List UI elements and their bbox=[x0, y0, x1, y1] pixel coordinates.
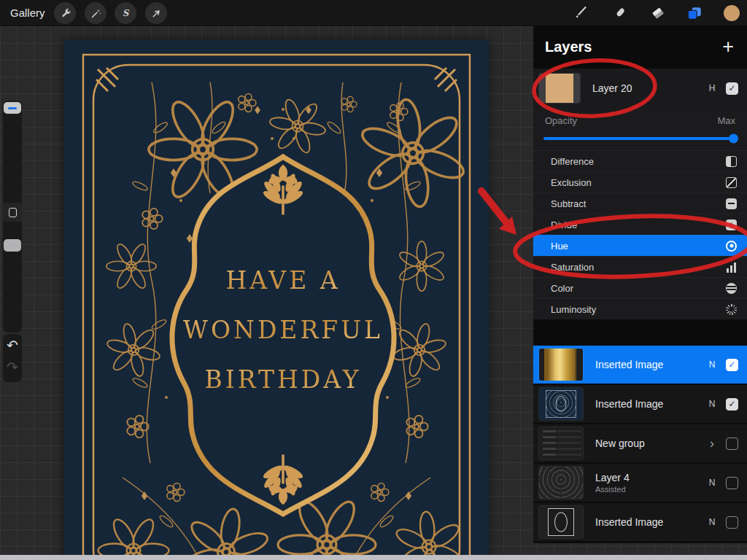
layers-icon[interactable] bbox=[685, 4, 704, 23]
brush-opacity-slider[interactable] bbox=[4, 239, 21, 252]
blend-mode-label-luminosity: Luminosity bbox=[551, 304, 726, 315]
color-blend-icon bbox=[726, 283, 737, 294]
s-glyph: S bbox=[119, 7, 132, 20]
selection-s-icon[interactable]: S bbox=[115, 2, 136, 24]
brush-size-slider[interactable] bbox=[4, 102, 21, 114]
opacity-slider-knob[interactable] bbox=[729, 133, 738, 143]
card-thumb-inner-oval bbox=[556, 396, 567, 412]
hue-blend-icon bbox=[726, 241, 737, 252]
wrench-glyph bbox=[59, 7, 71, 20]
blend-mode-color[interactable]: Color bbox=[533, 277, 747, 298]
modify-button[interactable] bbox=[3, 203, 22, 222]
exclusion-blend-icon bbox=[726, 177, 737, 188]
wand-glyph bbox=[90, 7, 102, 20]
layer-row-new-group-2[interactable]: New group› bbox=[533, 424, 747, 462]
opacity-slider[interactable] bbox=[543, 137, 737, 140]
blend-mode-label-difference: Difference bbox=[551, 156, 726, 167]
top-toolbar: Gallery S bbox=[0, 0, 747, 26]
undo-redo-group: ↶ ↷ bbox=[3, 334, 22, 382]
layer-visibility-checkbox-inserted-image-1[interactable]: ✓ bbox=[726, 398, 738, 411]
layer-name-inserted-image-4: Inserted Image bbox=[595, 516, 705, 528]
layer-20-visibility-checkbox[interactable]: ✓ bbox=[726, 82, 738, 95]
layer-name-new-group-2: New group bbox=[595, 438, 705, 449]
brush-icon[interactable] bbox=[571, 4, 590, 23]
group-chevron-icon[interactable]: › bbox=[705, 439, 719, 448]
gallery-button[interactable]: Gallery bbox=[10, 0, 45, 26]
modify-square-icon bbox=[9, 208, 17, 217]
layer-visibility-checkbox-layer-4-3[interactable] bbox=[726, 477, 738, 489]
layer-thumbnail-inserted-image-0 bbox=[539, 349, 583, 381]
layer-20-blend-mode[interactable]: H bbox=[705, 83, 719, 93]
card-artwork: HAVE A WONDERFUL BIRTHDAY bbox=[64, 40, 489, 560]
opacity-section: Opacity Max bbox=[533, 108, 747, 150]
layer-row-inserted-image-0[interactable]: Inserted ImageN✓ bbox=[533, 346, 747, 384]
layer-visibility-checkbox-new-group-2[interactable] bbox=[726, 438, 738, 450]
subtract-blend-icon bbox=[726, 198, 737, 209]
blend-mode-hue[interactable]: Hue bbox=[533, 235, 747, 256]
layer-thumbnail-new-group-2 bbox=[539, 427, 583, 459]
layer-blend-mode-inserted-image-1[interactable]: N bbox=[705, 399, 719, 409]
eraser-icon[interactable] bbox=[649, 4, 667, 23]
adjustments-wand-icon[interactable] bbox=[85, 2, 107, 24]
layer-20-name: Layer 20 bbox=[592, 82, 705, 94]
layers-panel-header: Layers + bbox=[533, 26, 747, 67]
svg-text:S: S bbox=[123, 8, 130, 18]
blend-mode-subtract[interactable]: Subtract bbox=[533, 192, 747, 214]
opacity-label: Opacity bbox=[545, 115, 577, 126]
layer-visibility-checkbox-inserted-image-4[interactable] bbox=[726, 516, 738, 529]
undo-icon[interactable]: ↶ bbox=[3, 334, 22, 357]
layer-blend-mode-layer-4-3[interactable]: N bbox=[705, 478, 719, 488]
layer-20-thumbnail bbox=[539, 74, 580, 103]
layer-name-inserted-image-0: Inserted Image bbox=[595, 359, 705, 370]
layers-panel: Layers + Layer 20 H ✓ Opacity Max Differ… bbox=[533, 26, 747, 543]
transform-arrow-icon[interactable] bbox=[145, 2, 167, 24]
layer-row-layer-20[interactable]: Layer 20 H ✓ bbox=[533, 69, 747, 108]
color-circle-glyph bbox=[723, 4, 740, 22]
divide-blend-icon bbox=[726, 219, 737, 230]
card-line-2: WONDERFUL bbox=[183, 316, 383, 344]
luminosity-blend-icon bbox=[726, 304, 737, 315]
brush-glyph bbox=[573, 6, 588, 20]
layer-name-layer-4-3: Layer 4Assisted bbox=[595, 472, 705, 494]
layer-row-inserted-image-4[interactable]: Inserted ImageN bbox=[533, 503, 747, 541]
arrow-glyph bbox=[150, 7, 163, 20]
color-swatch[interactable] bbox=[722, 4, 741, 23]
blend-mode-divide[interactable]: Divide bbox=[533, 214, 747, 235]
card-line-3: BIRTHDAY bbox=[204, 365, 361, 394]
birthday-card-canvas[interactable]: HAVE A WONDERFUL BIRTHDAY bbox=[64, 40, 489, 560]
brush-controls-sidebar bbox=[3, 101, 22, 332]
smudge-icon[interactable] bbox=[611, 4, 630, 23]
procreate-app: { "top_bar": { "gallery_label": "Gallery… bbox=[0, 0, 747, 560]
layer-thumbnail-inserted-image-4 bbox=[539, 506, 583, 538]
layer-list: Inserted ImageN✓Inserted ImageN✓New grou… bbox=[533, 346, 747, 542]
frame-thumb-inner-oval bbox=[554, 513, 568, 532]
layer-blend-mode-inserted-image-0[interactable]: N bbox=[705, 359, 719, 370]
blend-mode-list: DifferenceExclusionSubtractDivideHueSatu… bbox=[533, 150, 747, 319]
layer-name-inserted-image-1: Inserted Image bbox=[595, 398, 705, 410]
layer-thumbnail-inserted-image-1 bbox=[539, 388, 583, 420]
blend-mode-label-divide: Divide bbox=[551, 219, 726, 230]
layer-row-inserted-image-1[interactable]: Inserted ImageN✓ bbox=[533, 385, 747, 423]
card-line-1: HAVE A bbox=[225, 266, 340, 295]
add-layer-button[interactable]: + bbox=[722, 37, 734, 57]
blend-mode-label-color: Color bbox=[551, 283, 726, 294]
actions-wrench-icon[interactable] bbox=[54, 2, 76, 24]
home-indicator-strip bbox=[0, 555, 747, 560]
slider-blue-indicator bbox=[8, 107, 17, 109]
layer-thumbnail-layer-4-3 bbox=[539, 467, 583, 499]
blend-mode-luminosity[interactable]: Luminosity bbox=[533, 298, 747, 319]
difference-blend-icon bbox=[726, 156, 737, 167]
layer-sublabel-layer-4-3: Assisted bbox=[595, 485, 705, 494]
layer-row-layer-4-3[interactable]: Layer 4AssistedN bbox=[533, 464, 747, 502]
layers-glyph bbox=[686, 5, 703, 21]
layer-visibility-checkbox-inserted-image-0[interactable]: ✓ bbox=[726, 359, 738, 371]
redo-icon[interactable]: ↷ bbox=[3, 357, 22, 378]
opacity-value: Max bbox=[717, 115, 735, 126]
layers-panel-title: Layers bbox=[545, 39, 722, 55]
blend-mode-label-hue: Hue bbox=[551, 241, 726, 252]
layer-blend-mode-inserted-image-4[interactable]: N bbox=[705, 517, 719, 527]
blend-mode-difference[interactable]: Difference bbox=[533, 150, 747, 171]
blend-mode-saturation[interactable]: Saturation bbox=[533, 256, 747, 277]
saturation-blend-icon bbox=[726, 262, 737, 273]
blend-mode-exclusion[interactable]: Exclusion bbox=[533, 171, 747, 192]
